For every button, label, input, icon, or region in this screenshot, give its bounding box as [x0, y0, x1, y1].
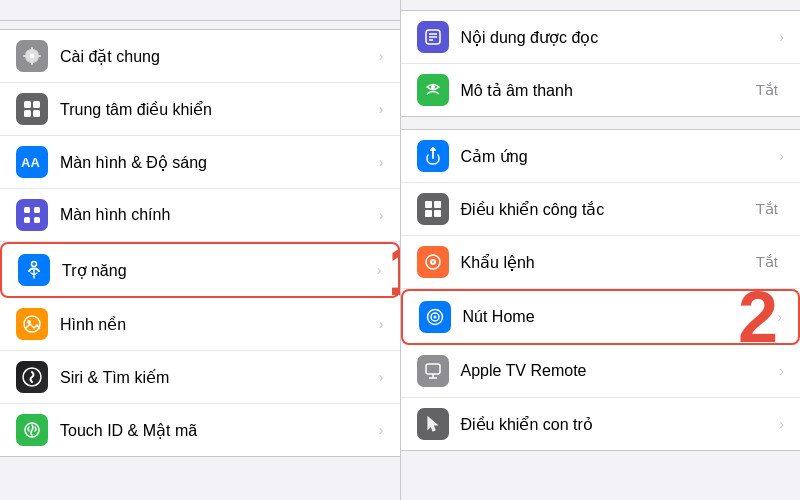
left-item-hinh-nen[interactable]: Hình nền›	[0, 298, 400, 351]
label-cai-dat-chung: Cài đặt chung	[60, 47, 375, 66]
label-dieu-khien-cong-tac: Điều khiển công tắc	[461, 200, 756, 219]
right-item-cam-ung[interactable]: Cảm ứng›	[401, 130, 801, 183]
label-cam-ung: Cảm ứng	[461, 147, 776, 166]
badge-1: 1	[387, 234, 399, 306]
left-item-cai-dat-chung[interactable]: Cài đặt chung›	[0, 30, 400, 83]
icon-nut-home	[419, 301, 451, 333]
chevron-icon: ›	[379, 48, 384, 64]
icon-siri	[16, 361, 48, 393]
svg-rect-23	[434, 210, 441, 217]
icon-dieu-khien-con-tro	[417, 408, 449, 440]
svg-rect-9	[34, 217, 40, 223]
value-dieu-khien-cong-tac: Tắt	[756, 200, 778, 218]
chevron-icon: ›	[379, 207, 384, 223]
svg-rect-7	[34, 207, 40, 213]
right-top-group: Nội dung được đọc›Mô tả âm thanhTắt	[401, 10, 801, 117]
icon-cam-ung	[417, 140, 449, 172]
svg-rect-3	[24, 110, 31, 117]
icon-dieu-khien-cong-tac	[417, 193, 449, 225]
svg-point-11	[24, 316, 40, 332]
left-item-tro-nang[interactable]: Trợ năng›1	[0, 242, 400, 298]
section-header	[401, 117, 801, 129]
svg-rect-22	[425, 210, 432, 217]
svg-point-26	[432, 261, 434, 263]
right-panel: Nội dung được đọc›Mô tả âm thanhTắt Cảm …	[401, 0, 801, 500]
label-khau-lenh: Khẩu lệnh	[461, 253, 756, 272]
icon-man-hinh-do-sang: AA	[16, 146, 48, 178]
label-dieu-khien-con-tro: Điều khiển con trỏ	[461, 415, 776, 434]
left-item-trung-tam[interactable]: Trung tâm điều khiển›	[0, 83, 400, 136]
chevron-icon: ›	[379, 422, 384, 438]
svg-rect-2	[33, 101, 40, 108]
icon-man-hinh-chinh	[16, 199, 48, 231]
svg-point-29	[433, 316, 436, 319]
chevron-icon: ›	[379, 316, 384, 332]
right-item-khau-lenh[interactable]: Khẩu lệnhTắt	[401, 236, 801, 289]
left-panel: Cài đặt chung›Trung tâm điều khiển›AAMàn…	[0, 0, 400, 500]
svg-rect-1	[24, 101, 31, 108]
left-item-man-hinh-chinh[interactable]: Màn hình chính›	[0, 189, 400, 242]
right-item-apple-tv[interactable]: Apple TV Remote›	[401, 345, 801, 398]
chevron-icon: ›	[779, 29, 784, 45]
left-item-touch-id[interactable]: Touch ID & Mật mã›	[0, 404, 400, 456]
right-settings-list: Nội dung được đọc›Mô tả âm thanhTắt Cảm …	[401, 10, 801, 500]
right-item-mo-ta-am-thanh[interactable]: Mô tả âm thanhTắt	[401, 64, 801, 116]
chevron-icon: ›	[779, 416, 784, 432]
chevron-icon: ›	[379, 369, 384, 385]
label-noi-dung-doc: Nội dung được đọc	[461, 28, 776, 47]
svg-rect-8	[24, 217, 30, 223]
label-tro-nang: Trợ năng	[62, 261, 373, 280]
icon-tro-nang	[18, 254, 50, 286]
right-item-dieu-khien-cong-tac[interactable]: Điều khiển công tắcTắt	[401, 183, 801, 236]
icon-trung-tam	[16, 93, 48, 125]
icon-noi-dung-doc	[417, 21, 449, 53]
icon-apple-tv	[417, 355, 449, 387]
left-item-man-hinh-do-sang[interactable]: AAMàn hình & Độ sáng›	[0, 136, 400, 189]
right-bottom-group: Cảm ứng›Điều khiển công tắcTắtKhẩu lệnhT…	[401, 129, 801, 451]
svg-rect-30	[426, 364, 440, 374]
chevron-icon: ›	[379, 154, 384, 170]
label-nut-home: Nút Home	[463, 308, 774, 326]
svg-point-10	[32, 262, 37, 267]
label-man-hinh-chinh: Màn hình chính	[60, 206, 375, 224]
icon-hinh-nen	[16, 308, 48, 340]
label-man-hinh-do-sang: Màn hình & Độ sáng	[60, 153, 375, 172]
chevron-icon: ›	[377, 262, 382, 278]
svg-rect-21	[434, 201, 441, 208]
label-hinh-nen: Hình nền	[60, 315, 375, 334]
icon-khau-lenh	[417, 246, 449, 278]
right-item-noi-dung-doc[interactable]: Nội dung được đọc›	[401, 11, 801, 64]
icon-mo-ta-am-thanh	[417, 74, 449, 106]
svg-rect-20	[425, 201, 432, 208]
right-item-dieu-khien-con-tro[interactable]: Điều khiển con trỏ›	[401, 398, 801, 450]
chevron-icon: ›	[779, 363, 784, 379]
right-item-nut-home[interactable]: Nút Home›2	[401, 289, 801, 345]
icon-cai-dat-chung	[16, 40, 48, 72]
svg-rect-4	[33, 110, 40, 117]
svg-point-19	[431, 85, 435, 89]
value-mo-ta-am-thanh: Tắt	[756, 81, 778, 99]
label-trung-tam: Trung tâm điều khiển	[60, 100, 375, 119]
label-apple-tv: Apple TV Remote	[461, 362, 776, 380]
chevron-icon: ›	[779, 148, 784, 164]
label-siri: Siri & Tìm kiếm	[60, 368, 375, 387]
svg-rect-6	[24, 207, 30, 213]
value-khau-lenh: Tắt	[756, 253, 778, 271]
svg-text:AA: AA	[21, 155, 40, 169]
left-header	[0, 0, 400, 21]
label-mo-ta-am-thanh: Mô tả âm thanh	[461, 81, 756, 100]
left-item-siri[interactable]: Siri & Tìm kiếm›	[0, 351, 400, 404]
left-settings-group: Cài đặt chung›Trung tâm điều khiển›AAMàn…	[0, 29, 400, 457]
left-settings-list: Cài đặt chung›Trung tâm điều khiển›AAMàn…	[0, 21, 400, 500]
chevron-icon: ›	[777, 309, 782, 325]
chevron-icon: ›	[379, 101, 384, 117]
label-touch-id: Touch ID & Mật mã	[60, 421, 375, 440]
icon-touch-id	[16, 414, 48, 446]
